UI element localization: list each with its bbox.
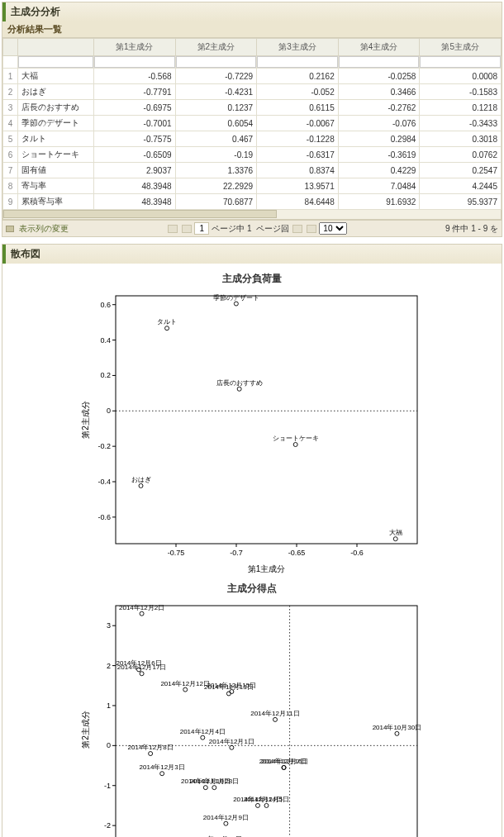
cell-value: 0.0762 xyxy=(420,147,502,163)
svg-text:2014年11月28日: 2014年11月28日 xyxy=(190,778,240,785)
table-row[interactable]: 2おはぎ-0.7791-0.4231-0.0520.3466-0.1583 xyxy=(3,84,502,100)
filter-input[interactable] xyxy=(176,56,257,68)
svg-text:1: 1 xyxy=(107,701,111,710)
svg-point-32 xyxy=(293,443,297,447)
cell-value: 84.6448 xyxy=(257,194,339,210)
cell-value: 0.0008 xyxy=(420,69,502,84)
cell-value: -0.7575 xyxy=(93,131,175,147)
cell-value: 0.3466 xyxy=(338,84,420,100)
cell-value: -0.0258 xyxy=(338,69,420,84)
chart1-title: 主成分負荷量 xyxy=(6,272,498,286)
row-label: おはぎ xyxy=(18,84,94,100)
row-label: 累積寄与率 xyxy=(18,194,94,210)
cell-value: 2.9037 xyxy=(93,163,175,178)
col-header[interactable] xyxy=(3,39,18,56)
cell-value: -0.6509 xyxy=(93,147,175,163)
table-row[interactable]: 6ショートケーキ-0.6509-0.19-0.6317-0.36190.0762 xyxy=(3,147,502,163)
cell-value: 7.0484 xyxy=(338,178,420,194)
cell-value: -0.3433 xyxy=(420,116,502,131)
filter-input[interactable] xyxy=(257,56,338,68)
svg-text:2014年12月4日: 2014年12月4日 xyxy=(180,728,226,735)
filter-input[interactable] xyxy=(94,56,175,68)
svg-text:0.6: 0.6 xyxy=(100,301,111,309)
svg-text:第1主成分: 第1主成分 xyxy=(248,564,286,573)
prev-page-button[interactable] xyxy=(182,225,192,233)
svg-text:大福: 大福 xyxy=(389,529,402,536)
table-row[interactable]: 7固有値2.90371.33760.83740.42290.2547 xyxy=(3,163,502,178)
scrollbar-thumb[interactable] xyxy=(3,210,277,218)
cell-value: -0.7001 xyxy=(93,116,175,131)
columns-icon xyxy=(6,226,14,232)
cell-value: 0.2547 xyxy=(420,163,502,178)
page-number-input[interactable] xyxy=(194,222,209,235)
row-number: 4 xyxy=(3,116,18,131)
svg-text:2014年12月1日: 2014年12月1日 xyxy=(209,738,254,745)
cell-value: 22.2929 xyxy=(175,178,257,194)
svg-text:-0.6: -0.6 xyxy=(97,513,111,521)
cell-value: 0.4229 xyxy=(338,163,420,178)
table-row[interactable]: 8寄与率48.394822.292913.95717.04844.2445 xyxy=(3,178,502,194)
cell-value: -0.4231 xyxy=(175,84,257,100)
svg-text:2014年10月30日: 2014年10月30日 xyxy=(373,724,422,731)
cell-value: -0.1228 xyxy=(257,131,339,147)
svg-point-95 xyxy=(264,803,269,807)
row-number: 5 xyxy=(3,131,18,147)
next-page-button[interactable] xyxy=(292,225,302,233)
cell-value: 0.2984 xyxy=(338,131,420,147)
svg-text:-1: -1 xyxy=(104,782,111,790)
cell-value: 0.6115 xyxy=(257,100,339,116)
cell-value: 0.467 xyxy=(175,131,257,147)
svg-point-81 xyxy=(230,745,234,749)
cell-value: -0.7229 xyxy=(175,69,257,84)
svg-text:2: 2 xyxy=(107,662,111,670)
col-header[interactable]: 第1主成分 xyxy=(93,39,175,56)
svg-point-69 xyxy=(183,687,188,692)
scatter-panel: 散布図 主成分負荷量 -0.75-0.7-0.65-0.6-0.6-0.4-0.… xyxy=(2,244,502,837)
table-footer: 表示列の変更 ページ中 1 ページ回 10 9 件中 1 - 9 を xyxy=(2,220,502,236)
cell-value: -0.1583 xyxy=(420,84,502,100)
change-columns-link[interactable]: 表示列の変更 xyxy=(19,223,69,235)
row-number: 2 xyxy=(3,84,18,100)
col-header[interactable]: 第4主成分 xyxy=(338,39,420,56)
svg-text:-0.7: -0.7 xyxy=(230,549,243,557)
row-label: 店長のおすすめ xyxy=(18,100,94,116)
table-row[interactable]: 5タルト-0.75750.467-0.12280.29840.3018 xyxy=(3,131,502,147)
cell-value: -0.6317 xyxy=(257,147,339,163)
table-row[interactable]: 3店長のおすすめ-0.69750.12370.6115-0.27620.1218 xyxy=(3,100,502,116)
svg-text:2014年12月2日: 2014年12月2日 xyxy=(119,604,164,611)
filter-input[interactable] xyxy=(339,56,420,68)
svg-text:-0.75: -0.75 xyxy=(168,549,185,557)
results-table: 第1主成分第2主成分第3主成分第4主成分第5主成分 1大福-0.568-0.72… xyxy=(2,38,502,210)
row-number: 9 xyxy=(3,194,18,210)
page-times-label: ページ回 xyxy=(256,224,289,233)
horizontal-scrollbar[interactable] xyxy=(2,210,502,220)
last-page-button[interactable] xyxy=(307,225,316,233)
scatter-title: 散布図 xyxy=(2,245,502,264)
svg-point-79 xyxy=(201,735,205,740)
cell-value: 95.9377 xyxy=(420,194,502,210)
col-header[interactable]: 第2主成分 xyxy=(175,39,257,56)
svg-text:2014年12月14日: 2014年12月14日 xyxy=(233,796,283,803)
table-row[interactable]: 1大福-0.568-0.72290.2162-0.02580.0008 xyxy=(3,69,502,84)
svg-text:おはぎ: おはぎ xyxy=(131,476,151,483)
filter-input[interactable] xyxy=(18,56,93,68)
cell-value: -0.3619 xyxy=(338,147,420,163)
svg-text:2014年12月11日: 2014年12月11日 xyxy=(250,710,300,717)
header-row: 第1主成分第2主成分第3主成分第4主成分第5主成分 xyxy=(3,39,502,56)
cell-value: 70.6877 xyxy=(175,194,257,210)
page-size-select[interactable]: 10 xyxy=(319,222,347,235)
table-row[interactable]: 9累積寄与率48.394870.687784.644891.693295.937… xyxy=(3,194,502,210)
cell-value: -0.7791 xyxy=(93,84,175,100)
svg-text:0.4: 0.4 xyxy=(100,336,111,345)
svg-text:2014年12月8日: 2014年12月8日 xyxy=(128,744,174,751)
col-header[interactable]: 第5主成分 xyxy=(420,39,502,56)
first-page-button[interactable] xyxy=(168,225,178,233)
page-of-label: ページ中 xyxy=(212,224,245,233)
col-header[interactable] xyxy=(18,39,94,56)
col-header[interactable]: 第3主成分 xyxy=(257,39,339,56)
filter-input[interactable] xyxy=(420,56,501,68)
filter-row xyxy=(3,56,502,69)
cell-value: 91.6932 xyxy=(338,194,420,210)
table-row[interactable]: 4季節のデザート-0.70010.6054-0.0067-0.076-0.343… xyxy=(3,116,502,131)
svg-text:2014年12月15日: 2014年12月15日 xyxy=(207,682,257,689)
